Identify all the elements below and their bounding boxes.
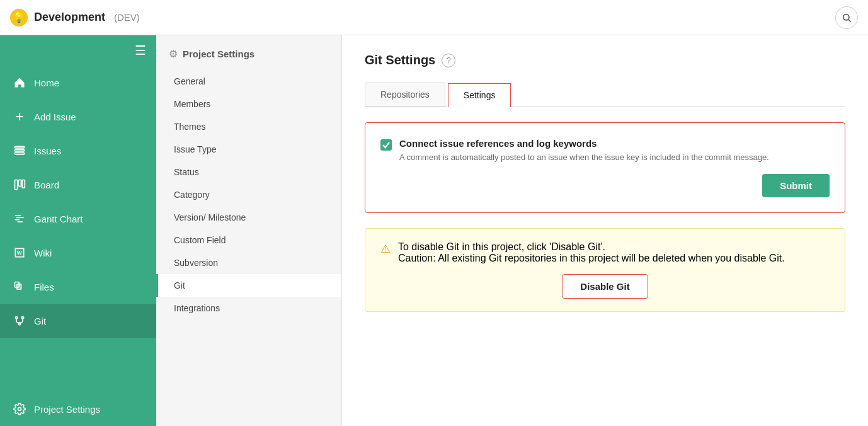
hamburger-button[interactable]: ☰: [0, 35, 156, 66]
tabs: Repositories Settings: [365, 83, 845, 107]
plus-icon: [13, 110, 26, 124]
mid-nav-item-general[interactable]: General: [156, 70, 341, 93]
board-icon: [13, 178, 26, 192]
svg-line-1: [848, 20, 851, 22]
svg-rect-7: [15, 180, 18, 190]
project-icon: 💡: [10, 9, 28, 26]
mid-nav-header: ⚙ Project Settings: [156, 35, 341, 70]
svg-point-18: [21, 316, 23, 318]
tab-repositories[interactable]: Repositories: [365, 83, 445, 106]
sidebar-item-issues-label: Issues: [34, 146, 61, 156]
warning-box: ⚠ To disable Git in this project, click …: [365, 228, 845, 312]
main-content: Git Settings ? Repositories Settings Con…: [342, 35, 868, 426]
checkbox-desc: A comment is automatically posted to an …: [399, 151, 769, 164]
sidebar-item-files-label: Files: [34, 282, 54, 292]
left-nav: ☰ Home Add Issue Issues Board: [0, 35, 156, 426]
gear-icon: [13, 402, 26, 416]
sidebar-item-home-label: Home: [34, 78, 59, 88]
mid-nav: ⚙ Project Settings General Members Theme…: [156, 35, 342, 426]
svg-point-0: [843, 14, 849, 20]
mid-nav-item-git[interactable]: Git: [156, 274, 341, 297]
project-title: Development: [34, 11, 105, 24]
checkbox-row: Connect issue references and log keyword…: [380, 138, 830, 164]
app-body: ☰ Home Add Issue Issues Board: [0, 35, 868, 426]
sidebar-item-add-issue[interactable]: Add Issue: [0, 100, 156, 134]
svg-rect-9: [22, 180, 25, 188]
svg-rect-8: [18, 180, 21, 187]
top-bar-left: 💡 Development (DEV): [10, 9, 835, 26]
page-title-row: Git Settings ?: [365, 53, 845, 67]
issues-icon: [13, 144, 26, 158]
svg-point-17: [15, 316, 17, 318]
sidebar-item-home[interactable]: Home: [0, 66, 156, 100]
checkbox-label: Connect issue references and log keyword…: [399, 138, 769, 149]
connect-issues-checkbox[interactable]: [380, 139, 392, 151]
sidebar-item-gantt[interactable]: Gantt Chart: [0, 202, 156, 236]
sidebar-item-board[interactable]: Board: [0, 168, 156, 202]
submit-button[interactable]: Submit: [762, 174, 830, 197]
search-button[interactable]: [835, 6, 858, 29]
git-icon: [13, 314, 26, 328]
files-icon: [13, 280, 26, 294]
svg-point-22: [18, 408, 21, 411]
tab-settings[interactable]: Settings: [448, 83, 511, 107]
svg-rect-6: [15, 153, 25, 154]
warning-text-1: To disable Git in this project, click 'D…: [398, 241, 785, 253]
warning-content: ⚠ To disable Git in this project, click …: [380, 241, 830, 264]
sidebar-item-add-issue-label: Add Issue: [34, 112, 76, 122]
mid-nav-gear-icon: ⚙: [169, 48, 178, 60]
top-bar: 💡 Development (DEV): [0, 0, 868, 35]
sidebar-item-wiki[interactable]: W Wiki: [0, 236, 156, 270]
sidebar-item-project-settings[interactable]: Project Settings: [0, 392, 156, 426]
sidebar-item-issues[interactable]: Issues: [0, 134, 156, 168]
gantt-icon: [13, 212, 26, 226]
svg-rect-5: [15, 149, 25, 151]
checkbox-text: Connect issue references and log keyword…: [399, 138, 769, 164]
disable-git-button[interactable]: Disable Git: [562, 274, 648, 299]
sidebar-item-files[interactable]: Files: [0, 270, 156, 304]
warning-icon: ⚠: [380, 242, 391, 256]
mid-nav-item-themes[interactable]: Themes: [156, 115, 341, 138]
warning-text-2: Caution: All existing Git repositories i…: [398, 253, 785, 264]
sidebar-item-project-settings-label: Project Settings: [34, 404, 100, 415]
sidebar-item-git-label: Git: [34, 316, 46, 326]
mid-nav-item-issue-type[interactable]: Issue Type: [156, 138, 341, 161]
svg-text:W: W: [17, 250, 22, 256]
settings-card: Connect issue references and log keyword…: [365, 122, 845, 213]
mid-nav-item-members[interactable]: Members: [156, 93, 341, 115]
mid-nav-item-subversion[interactable]: Subversion: [156, 251, 341, 274]
mid-nav-item-category[interactable]: Category: [156, 183, 341, 206]
sidebar-item-gantt-label: Gantt Chart: [34, 214, 83, 224]
sidebar-item-wiki-label: Wiki: [34, 248, 52, 258]
disable-btn-row: Disable Git: [380, 274, 830, 299]
sidebar-item-board-label: Board: [34, 180, 59, 190]
mid-nav-title: Project Settings: [183, 49, 254, 59]
home-icon: [13, 76, 26, 89]
sidebar-item-git[interactable]: Git: [0, 304, 156, 338]
mid-nav-item-custom-field[interactable]: Custom Field: [156, 229, 341, 251]
wiki-icon: W: [13, 246, 26, 260]
svg-rect-4: [15, 146, 25, 148]
help-icon[interactable]: ?: [442, 54, 455, 67]
mid-nav-item-version[interactable]: Version/ Milestone: [156, 206, 341, 229]
mid-nav-item-status[interactable]: Status: [156, 161, 341, 183]
warning-texts: To disable Git in this project, click 'D…: [398, 241, 785, 264]
mid-nav-item-integrations[interactable]: Integrations: [156, 297, 341, 320]
svg-rect-16: [17, 284, 21, 289]
project-code: (DEV): [114, 12, 140, 23]
page-title: Git Settings: [365, 53, 435, 67]
